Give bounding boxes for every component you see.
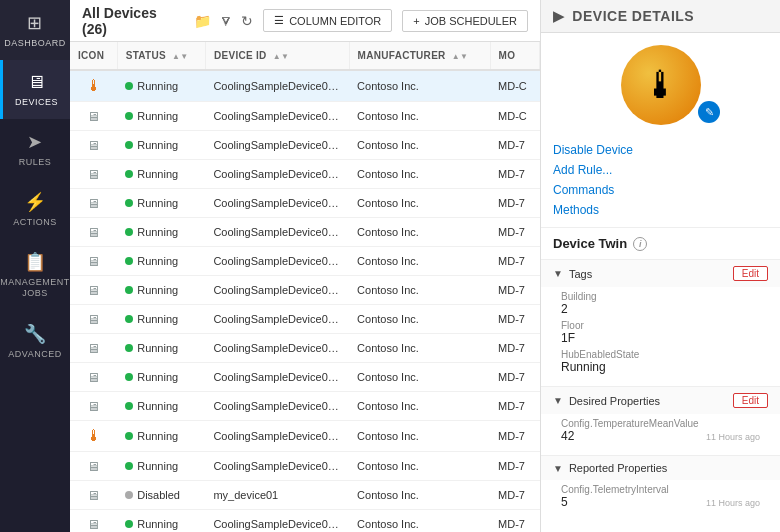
table-row[interactable]: 🖥 Running CoolingSampleDevice015_979 Con… [70, 363, 540, 392]
add-rule-link[interactable]: Add Rule... [553, 161, 768, 179]
refresh-icon[interactable]: ↻ [241, 13, 253, 29]
model-cell: MD-7 [490, 510, 539, 533]
device-status-cell: Running [117, 421, 205, 452]
col-icon[interactable]: ICON [70, 42, 117, 70]
job-scheduler-button[interactable]: + JOB SCHEDULER [402, 10, 528, 32]
status-dot [125, 257, 133, 265]
device-icon-cell: 🖥 [70, 334, 117, 363]
filter-icon[interactable]: ⛛ [219, 13, 233, 29]
desired-section-header[interactable]: ▼ Desired Properties Edit [541, 386, 780, 414]
table-row[interactable]: 🌡 Running CoolingSampleDevice002_979 Con… [70, 421, 540, 452]
device-icon-cell: 🖥 [70, 102, 117, 131]
manufacturer-cell: Contoso Inc. [349, 334, 490, 363]
table-row[interactable]: 🖥 Running CoolingSampleDevice005_979 Con… [70, 131, 540, 160]
device-id-cell: CoolingSampleDevice005_979 [205, 131, 349, 160]
table-row[interactable]: 🖥 Running CoolingSampleDevice013_979 Con… [70, 160, 540, 189]
table-row[interactable]: 🖥 Running CoolingSampleDevice007_979 Con… [70, 510, 540, 533]
manufacturer-cell: Contoso Inc. [349, 276, 490, 305]
status-dot [125, 141, 133, 149]
device-status-cell: Running [117, 160, 205, 189]
table-row[interactable]: 🌡 Running CoolingSampleDevice001_979 Con… [70, 70, 540, 102]
tags-content: Building 2 Floor 1F HubEnabledState Runn… [541, 287, 780, 386]
status-dot [125, 112, 133, 120]
device-id-cell: CoolingSampleDevice015_979 [205, 363, 349, 392]
server-icon: 🖥 [87, 399, 100, 414]
table-row[interactable]: 🖥 Running CoolingSampleDevice004_979 Con… [70, 452, 540, 481]
device-status-cell: Running [117, 189, 205, 218]
device-status-cell: Running [117, 510, 205, 533]
device-id-cell: CoolingSampleDevice004_979 [205, 452, 349, 481]
status-dot [125, 170, 133, 178]
server-icon: 🖥 [87, 312, 100, 327]
thermometer-icon: 🌡 [86, 77, 102, 94]
status-dot [125, 199, 133, 207]
desired-edit-button[interactable]: Edit [733, 393, 768, 408]
device-status-cell: Running [117, 276, 205, 305]
sidebar-item-dashboard[interactable]: ⊞ DASHBOARD [0, 0, 70, 60]
model-cell: MD-7 [490, 131, 539, 160]
device-status-cell: Running [117, 363, 205, 392]
device-icon-cell: 🖥 [70, 392, 117, 421]
tags-edit-button[interactable]: Edit [733, 266, 768, 281]
status-dot [125, 82, 133, 90]
info-icon[interactable]: i [633, 237, 647, 251]
col-device-id[interactable]: DEVICE ID ▲▼ [205, 42, 349, 70]
table-row[interactable]: 🖥 Running CoolingSampleDevice006_979 Con… [70, 218, 540, 247]
table-row[interactable]: 🖥 Disabled my_device01 Contoso Inc. MD-7 [70, 481, 540, 510]
col-model[interactable]: MO [490, 42, 539, 70]
col-manufacturer[interactable]: MANUFACTURER ▲▼ [349, 42, 490, 70]
model-cell: MD-7 [490, 218, 539, 247]
model-cell: MD-7 [490, 305, 539, 334]
server-icon: 🖥 [87, 517, 100, 532]
device-id-cell: CoolingSampleDevice010_979 [205, 305, 349, 334]
status-dot [125, 491, 133, 499]
commands-link[interactable]: Commands [553, 181, 768, 199]
column-editor-button[interactable]: ☰ COLUMN EDITOR [263, 9, 392, 32]
sidebar-item-actions[interactable]: ⚡ ACTIONS [0, 179, 70, 239]
methods-link[interactable]: Methods [553, 201, 768, 219]
chevron-down-icon-desired: ▼ [553, 395, 563, 406]
device-icon-cell: 🖥 [70, 510, 117, 533]
table-row[interactable]: 🖥 Running CoolingSampleDevice010_979 Con… [70, 305, 540, 334]
reported-section-header[interactable]: ▼ Reported Properties [541, 455, 780, 480]
device-status-cell: Disabled [117, 481, 205, 510]
device-icon-cell: 🖥 [70, 481, 117, 510]
server-icon: 🖥 [87, 138, 100, 153]
device-image-area: 🌡 ✎ [541, 33, 780, 137]
table-row[interactable]: 🖥 Running CoolingSampleDevice022_979 Con… [70, 247, 540, 276]
sidebar-item-rules[interactable]: ➤ RULES [0, 119, 70, 179]
model-cell: MD-7 [490, 392, 539, 421]
table-row[interactable]: 🖥 Running CoolingSampleDevice023_979 Con… [70, 102, 540, 131]
manufacturer-cell: Contoso Inc. [349, 452, 490, 481]
sidebar-item-advanced[interactable]: 🔧 ADVANCED [0, 311, 70, 371]
manufacturer-cell: Contoso Inc. [349, 510, 490, 533]
sidebar-item-management-jobs[interactable]: 📋 MANAGEMENT JOBS [0, 239, 70, 311]
sidebar-item-devices[interactable]: 🖥 DEVICES [0, 60, 70, 119]
table-row[interactable]: 🖥 Running CoolingSampleDevice018_979 Con… [70, 392, 540, 421]
table-header-row: ICON STATUS ▲▼ DEVICE ID ▲▼ MANUFACTURER… [70, 42, 540, 70]
job-scheduler-icon: + [413, 15, 419, 27]
table-row[interactable]: 🖥 Running CoolingSampleDevice025_979 Con… [70, 276, 540, 305]
server-icon: 🖥 [87, 341, 100, 356]
col-status[interactable]: STATUS ▲▼ [117, 42, 205, 70]
folder-icon[interactable]: 📁 [194, 13, 211, 29]
thermometer-icon: 🌡 [642, 64, 680, 107]
disable-device-link[interactable]: Disable Device [553, 141, 768, 159]
manufacturer-cell: Contoso Inc. [349, 481, 490, 510]
chevron-right-icon: ▶ [553, 8, 565, 24]
model-cell: MD-7 [490, 160, 539, 189]
desired-content: Config.TemperatureMeanValue 42 11 Hours … [541, 414, 780, 455]
device-status-cell: Running [117, 102, 205, 131]
device-status-cell: Running [117, 70, 205, 102]
table-row[interactable]: 🖥 Running CoolingSampleDevice012_979 Con… [70, 334, 540, 363]
device-icon-cell: 🌡 [70, 421, 117, 452]
device-icon-cell: 🖥 [70, 452, 117, 481]
server-icon: 🖥 [87, 459, 100, 474]
tags-section-header[interactable]: ▼ Tags Edit [541, 259, 780, 287]
chevron-down-icon-reported: ▼ [553, 463, 563, 474]
prop-telemetry-interval: Config.TelemetryInterval 5 11 Hours ago [561, 484, 760, 509]
device-id-cell: CoolingSampleDevice006_979 [205, 218, 349, 247]
device-icon-cell: 🌡 [70, 70, 117, 102]
status-dot [125, 462, 133, 470]
table-row[interactable]: 🖥 Running CoolingSampleDevice020_979 Con… [70, 189, 540, 218]
